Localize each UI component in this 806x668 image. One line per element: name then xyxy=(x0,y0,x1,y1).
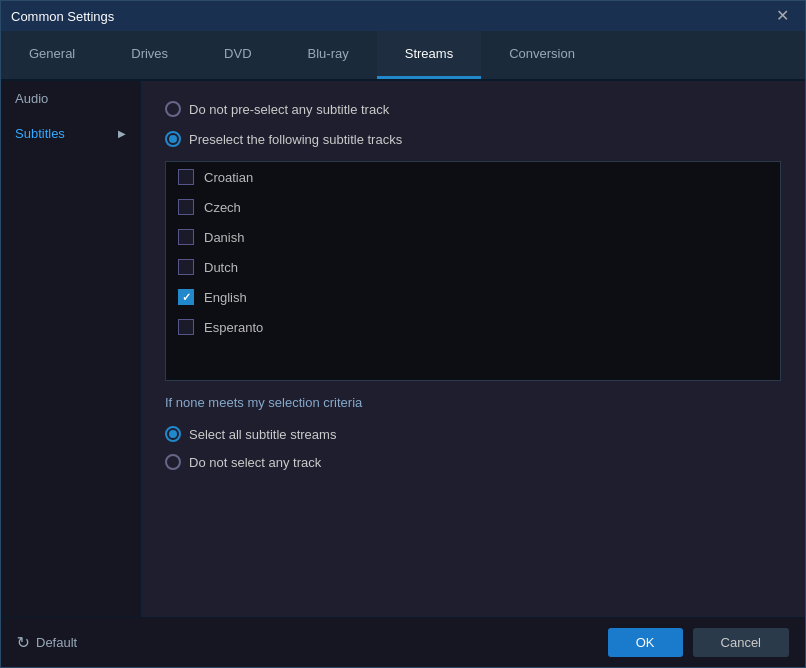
language-label-english: English xyxy=(204,290,247,305)
radio-no-select-label: Do not select any track xyxy=(189,455,321,470)
close-button[interactable]: ✕ xyxy=(770,6,795,26)
tab-bluray[interactable]: Blu-ray xyxy=(280,31,377,79)
main-panel: Do not pre-select any subtitle track Pre… xyxy=(141,81,805,617)
radio-no-select-button[interactable] xyxy=(165,454,181,470)
radio-select-all-label: Select all subtitle streams xyxy=(189,427,336,442)
list-item[interactable]: Esperanto xyxy=(166,312,780,342)
button-group: OK Cancel xyxy=(608,628,789,657)
radio-no-preselect-button[interactable] xyxy=(165,101,181,117)
list-item[interactable]: Dutch xyxy=(166,252,780,282)
radio-no-preselect-label: Do not pre-select any subtitle track xyxy=(189,102,389,117)
tab-conversion[interactable]: Conversion xyxy=(481,31,603,79)
bottom-bar: ↺ Default OK Cancel xyxy=(1,617,805,667)
default-label: Default xyxy=(36,635,77,650)
title-bar: Common Settings ✕ xyxy=(1,1,805,31)
tab-drives[interactable]: Drives xyxy=(103,31,196,79)
radio-no-preselect-row[interactable]: Do not pre-select any subtitle track xyxy=(165,101,781,117)
default-button[interactable]: ↺ Default xyxy=(17,633,77,652)
language-label-czech: Czech xyxy=(204,200,241,215)
sidebar: Audio Subtitles ▶ xyxy=(1,81,141,617)
radio-preselect-button[interactable] xyxy=(165,131,181,147)
checkbox-esperanto[interactable] xyxy=(178,319,194,335)
radio-select-all-button[interactable] xyxy=(165,426,181,442)
window-title: Common Settings xyxy=(11,9,114,24)
list-item[interactable]: Croatian xyxy=(166,162,780,192)
tab-streams[interactable]: Streams xyxy=(377,31,481,79)
language-label-danish: Danish xyxy=(204,230,244,245)
tab-dvd[interactable]: DVD xyxy=(196,31,279,79)
checkbox-croatian[interactable] xyxy=(178,169,194,185)
tab-bar: General Drives DVD Blu-ray Streams Conve… xyxy=(1,31,805,81)
list-item[interactable]: English xyxy=(166,282,780,312)
list-item[interactable]: Danish xyxy=(166,222,780,252)
chevron-right-icon: ▶ xyxy=(118,128,126,139)
checkbox-czech[interactable] xyxy=(178,199,194,215)
checkbox-dutch[interactable] xyxy=(178,259,194,275)
reset-icon: ↺ xyxy=(17,633,30,652)
list-item[interactable]: Czech xyxy=(166,192,780,222)
checkbox-danish[interactable] xyxy=(178,229,194,245)
tab-general[interactable]: General xyxy=(1,31,103,79)
sidebar-item-audio[interactable]: Audio xyxy=(1,81,140,116)
criteria-label: If none meets my selection criteria xyxy=(165,395,781,410)
checkbox-english[interactable] xyxy=(178,289,194,305)
radio-preselect-row[interactable]: Preselect the following subtitle tracks xyxy=(165,131,781,147)
language-list[interactable]: CroatianCzechDanishDutchEnglishEsperanto xyxy=(165,161,781,381)
ok-button[interactable]: OK xyxy=(608,628,683,657)
cancel-button[interactable]: Cancel xyxy=(693,628,789,657)
main-window: Common Settings ✕ General Drives DVD Blu… xyxy=(0,0,806,668)
radio-no-select-row[interactable]: Do not select any track xyxy=(165,454,781,470)
language-label-dutch: Dutch xyxy=(204,260,238,275)
sidebar-item-subtitles[interactable]: Subtitles ▶ xyxy=(1,116,140,151)
content-area: Audio Subtitles ▶ Do not pre-select any … xyxy=(1,81,805,617)
radio-select-all-row[interactable]: Select all subtitle streams xyxy=(165,426,781,442)
criteria-section: If none meets my selection criteria Sele… xyxy=(165,395,781,470)
radio-preselect-label: Preselect the following subtitle tracks xyxy=(189,132,402,147)
language-label-esperanto: Esperanto xyxy=(204,320,263,335)
language-label-croatian: Croatian xyxy=(204,170,253,185)
